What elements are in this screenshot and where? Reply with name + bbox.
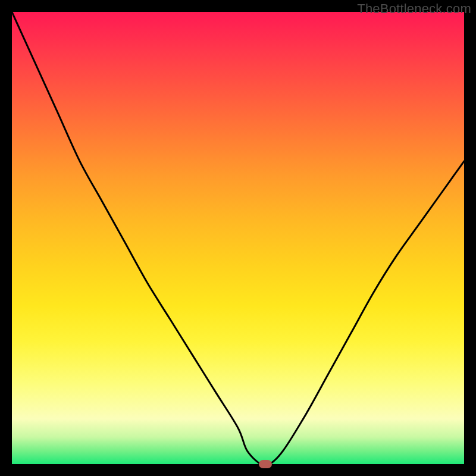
chart-frame: TheBottleneck.com (0, 0, 476, 476)
bottleneck-curve-svg (12, 12, 464, 464)
watermark-text: TheBottleneck.com (357, 1, 471, 17)
optimal-point-marker (259, 460, 272, 468)
bottleneck-curve (12, 12, 464, 464)
